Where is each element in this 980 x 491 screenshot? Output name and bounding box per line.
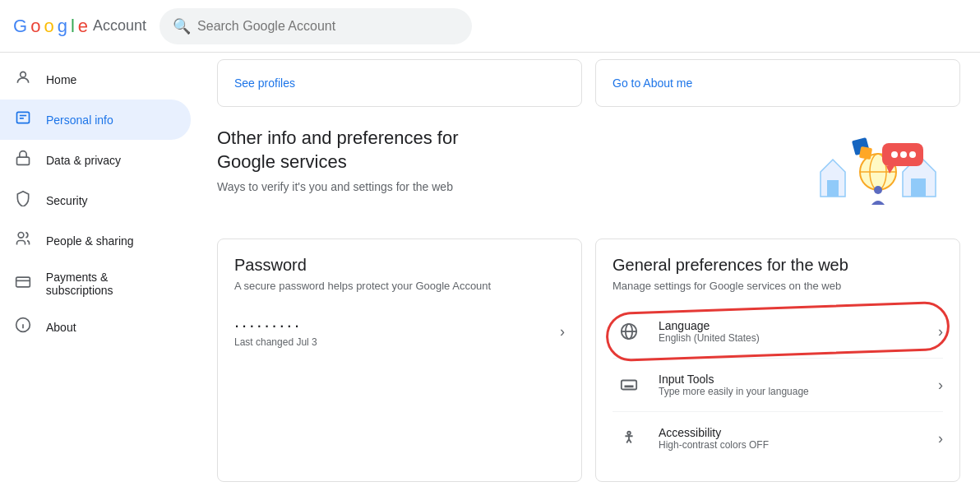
svg-rect-24 [859,146,872,160]
search-input[interactable] [197,19,459,34]
go-to-about-me-link[interactable]: Go to About me [612,76,692,90]
input-tools-chevron-icon[interactable]: › [938,377,943,394]
input-tools-pref-item[interactable]: Input Tools Type more easily in your lan… [612,359,943,412]
language-pref-text: Language English (United States) [659,319,938,344]
accessibility-icon [612,422,645,455]
sidebar: Home Personal info Data & privacy Securi… [0,53,197,491]
section-subtitle: Ways to verify it's you and settings for… [217,180,783,193]
password-card-title: Password [234,256,565,275]
accessibility-pref-text: Accessibility High-contrast colors OFF [659,426,938,451]
logo-account-text: Account [93,17,146,35]
accessibility-subtitle: High-contrast colors OFF [659,439,938,451]
language-subtitle: English (United States) [659,332,938,344]
input-tools-title: Input Tools [659,373,938,386]
accessibility-pref-item[interactable]: Accessibility High-contrast colors OFF › [612,412,943,465]
password-card: Password A secure password helps protect… [217,239,582,482]
logo-letter-g: G [13,16,27,37]
accessibility-title: Accessibility [659,426,938,439]
payments-icon [13,274,33,294]
sidebar-item-personal-info-label: Personal info [46,113,113,127]
svg-rect-12 [827,180,839,197]
svg-point-35 [627,432,631,435]
people-icon [13,230,33,251]
input-tools-pref-text: Input Tools Type more easily in your lan… [659,373,938,397]
password-dots: ········· [234,315,317,336]
sidebar-item-people-sharing[interactable]: People & sharing [0,220,191,261]
other-info-section: Other info and preferences forGoogle ser… [217,127,960,225]
svg-point-5 [18,233,24,239]
google-logo: Google Account [13,16,146,37]
sidebar-item-people-sharing-label: People & sharing [46,234,134,248]
section-info: Other info and preferences forGoogle ser… [217,127,783,193]
data-privacy-icon [13,150,33,170]
sidebar-item-payments-label: Payments & subscriptions [46,271,178,297]
sidebar-item-data-privacy-label: Data & privacy [46,154,121,167]
logo-letter-o1: o [30,16,40,37]
bottom-cards: Password A secure password helps protect… [217,239,960,482]
search-icon: 🔍 [173,17,191,35]
top-cards-row: See profiles Go to About me [217,53,960,107]
input-tools-icon [612,368,645,401]
sidebar-item-home-label: Home [46,73,76,86]
section-title: Other info and preferences forGoogle ser… [217,127,783,174]
see-profiles-card: See profiles [217,59,582,107]
security-icon [13,190,33,211]
password-chevron-icon[interactable]: › [560,323,565,340]
svg-point-20 [891,151,898,158]
language-chevron-icon[interactable]: › [938,323,943,340]
general-prefs-title: General preferences for the web [612,256,943,275]
password-info: ········· Last changed Jul 3 [234,315,317,348]
main-layout: Home Personal info Data & privacy Securi… [0,53,980,491]
see-profiles-link[interactable]: See profiles [234,76,295,90]
logo-letter-g2: g [58,16,67,37]
svg-point-22 [909,151,916,158]
search-bar[interactable]: 🔍 [159,8,472,44]
svg-rect-29 [622,381,636,390]
svg-point-21 [900,151,907,158]
sidebar-item-home[interactable]: Home [0,59,191,100]
personal-info-icon [13,109,33,130]
password-row[interactable]: ········· Last changed Jul 3 › [234,305,565,358]
sidebar-item-personal-info[interactable]: Personal info [0,100,191,140]
general-prefs-subtitle: Manage settings for Google services on t… [612,280,943,292]
svg-rect-6 [16,277,30,287]
sidebar-item-payments[interactable]: Payments & subscriptions [0,261,191,307]
language-title: Language [659,319,938,332]
home-icon [13,69,33,90]
accessibility-chevron-icon[interactable]: › [938,430,943,447]
password-last-changed: Last changed Jul 3 [234,336,317,348]
password-card-subtitle: A secure password helps protect your Goo… [234,280,565,292]
svg-point-25 [874,186,882,194]
sidebar-item-about-label: About [46,321,76,334]
logo-letter-o2: o [44,16,53,37]
sidebar-item-data-privacy[interactable]: Data & privacy [0,140,191,180]
input-tools-subtitle: Type more easily in your language [659,386,938,397]
svg-rect-4 [17,157,30,164]
about-icon [13,317,33,337]
language-icon [612,315,645,348]
sidebar-item-security-label: Security [46,194,88,207]
header: Google Account 🔍 [0,0,980,53]
sidebar-item-about[interactable]: About [0,307,191,347]
logo-letter-e: e [78,16,88,37]
general-prefs-card: General preferences for the web Manage s… [595,239,960,482]
about-me-card: Go to About me [595,59,960,107]
sidebar-item-security[interactable]: Security [0,180,191,220]
main-content: See profiles Go to About me Other info a… [197,53,980,491]
svg-rect-14 [911,178,926,197]
section-illustration [796,127,960,225]
logo-letter-l: l [71,16,75,37]
svg-point-0 [21,72,26,77]
language-pref-item[interactable]: Language English (United States) › [612,305,943,359]
